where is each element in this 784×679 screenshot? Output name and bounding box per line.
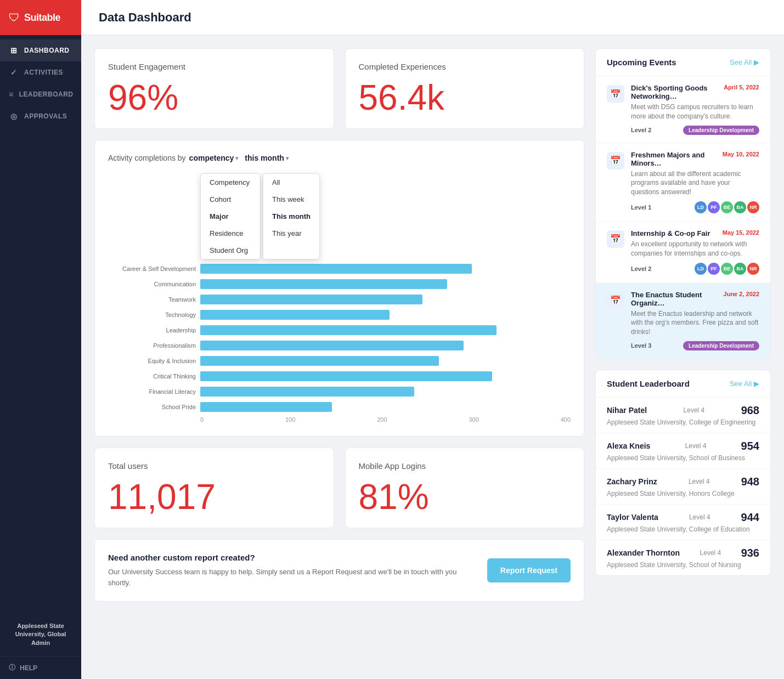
lb-level: Level 4 bbox=[684, 406, 705, 414]
event-item-1[interactable]: 📅 Dick's Sporting Goods Networking… Apri… bbox=[596, 76, 770, 143]
event-desc-4: Meet the Enactus leadership and network … bbox=[631, 309, 759, 337]
leaderboard-list: Nihar Patel Level 4 968 Appleseed State … bbox=[596, 398, 770, 575]
top-stats-row: Student Engagement 96% Completed Experie… bbox=[94, 48, 584, 129]
sidebar-help[interactable]: ⓘ HELP bbox=[0, 656, 81, 679]
avatar-nr-3: NR bbox=[747, 263, 759, 275]
bar-fill bbox=[200, 387, 414, 397]
logo-text: Suitable bbox=[24, 12, 60, 24]
event-title-row-2: Freshmen Majors and Minors… May 10, 2022 bbox=[631, 151, 759, 167]
bar-row: Teamwork bbox=[108, 295, 571, 304]
event-tag-1: Leadership Development bbox=[683, 126, 759, 135]
time-option-this-month[interactable]: This month bbox=[263, 208, 319, 225]
sidebar-item-approvals-label: APPROVALS bbox=[24, 112, 67, 120]
bar-container bbox=[200, 310, 571, 320]
lb-score: 968 bbox=[741, 404, 759, 417]
sidebar-item-approvals[interactable]: ◎ APPROVALS bbox=[0, 105, 81, 127]
event-header-2: 📅 Freshmen Majors and Minors… May 10, 20… bbox=[607, 151, 759, 213]
activities-icon: ✓ bbox=[9, 68, 19, 77]
sidebar-item-activities-label: ACTIVITIES bbox=[24, 69, 63, 76]
competency-option-residence[interactable]: Residence bbox=[201, 225, 260, 242]
chart-header-prefix: Activity completions by bbox=[108, 154, 186, 162]
upcoming-events-card: Upcoming Events See All ▶ 📅 Dick's Sport… bbox=[595, 48, 771, 359]
lb-level: Level 4 bbox=[685, 442, 707, 450]
event-title-4: The Enactus Student Organiz… bbox=[631, 291, 719, 307]
bar-row: Professionalism bbox=[108, 341, 571, 350]
time-option-this-week[interactable]: This week bbox=[263, 191, 319, 208]
bar-container bbox=[200, 264, 571, 274]
dashboard-icon: ⊞ bbox=[9, 46, 19, 55]
left-column: Student Engagement 96% Completed Experie… bbox=[94, 48, 584, 602]
avatar-pf-2: PF bbox=[708, 201, 720, 213]
sidebar-item-leaderboard[interactable]: ≡ LEADERBOARD bbox=[0, 83, 81, 105]
sidebar-item-dashboard[interactable]: ⊞ DASHBOARD bbox=[0, 39, 81, 61]
lb-name-row: Alexander Thornton Level 4 936 bbox=[607, 547, 759, 559]
competency-option-student-org[interactable]: Student Org bbox=[201, 242, 260, 259]
event-desc-1: Meet with DSG campus recruiters to learn… bbox=[631, 103, 759, 121]
lb-name-row: Taylor Valenta Level 4 944 bbox=[607, 511, 759, 524]
leaderboard-item[interactable]: Alexander Thornton Level 4 936 Appleseed… bbox=[596, 540, 770, 575]
chart-card: Activity completions by competency ▾ thi… bbox=[94, 140, 584, 437]
bar-label: School Pride bbox=[108, 404, 196, 410]
sidebar-user[interactable]: Appleseed State University, Global Admin bbox=[0, 613, 81, 656]
event-title-3: Internship & Co-op Fair bbox=[631, 229, 718, 237]
bar-row: Leadership bbox=[108, 325, 571, 335]
lb-name: Taylor Valenta bbox=[607, 513, 658, 522]
event-date-4: June 2, 2022 bbox=[724, 291, 759, 297]
completed-card: Completed Experiences 56.4k bbox=[345, 48, 585, 129]
sidebar: 🛡 Suitable ⊞ DASHBOARD ✓ ACTIVITIES ≡ LE… bbox=[0, 0, 81, 679]
lb-name: Alexa Kneis bbox=[607, 442, 650, 450]
leaderboard-item[interactable]: Zachary Prinz Level 4 948 Appleseed Stat… bbox=[596, 469, 770, 505]
event-level-3: Level 2 bbox=[631, 265, 651, 272]
event-level-1: Level 2 bbox=[631, 127, 651, 133]
bar-container bbox=[200, 387, 571, 397]
event-footer-4: Level 3 Leadership Development bbox=[631, 341, 759, 350]
lb-level: Level 4 bbox=[700, 549, 721, 557]
leaderboard-icon: ≡ bbox=[9, 90, 14, 99]
chart-header: Activity completions by competency ▾ thi… bbox=[108, 154, 571, 162]
lb-school: Appleseed State University, College of E… bbox=[607, 418, 759, 426]
lb-score: 948 bbox=[741, 476, 759, 488]
engagement-card-value: 96% bbox=[108, 80, 320, 115]
avatar-nr-2: NR bbox=[747, 201, 759, 213]
time-option-this-year[interactable]: This year bbox=[263, 225, 319, 242]
bar-container bbox=[200, 356, 571, 366]
time-dropdown-trigger[interactable]: this month ▾ bbox=[245, 154, 289, 162]
time-option-all[interactable]: All bbox=[263, 174, 319, 191]
competency-option-competency[interactable]: Competency bbox=[201, 174, 260, 191]
event-title-row-4: The Enactus Student Organiz… June 2, 202… bbox=[631, 291, 759, 307]
events-see-all[interactable]: See All ▶ bbox=[730, 58, 759, 66]
page-title: Data Dashboard bbox=[99, 10, 191, 25]
event-header-3: 📅 Internship & Co-op Fair May 15, 2022 A… bbox=[607, 229, 759, 275]
upcoming-events-title: Upcoming Events bbox=[607, 58, 676, 67]
event-item-3[interactable]: 📅 Internship & Co-op Fair May 15, 2022 A… bbox=[596, 222, 770, 283]
cta-description: Our University Success team is happy to … bbox=[108, 567, 474, 588]
sidebar-item-dashboard-label: DASHBOARD bbox=[24, 47, 70, 54]
event-footer-2: Level 1 LD PF BE BA NR bbox=[631, 201, 759, 213]
mobile-logins-card: Mobile App Logins 81% bbox=[345, 448, 585, 528]
leaderboard-item[interactable]: Taylor Valenta Level 4 944 Appleseed Sta… bbox=[596, 505, 770, 540]
leaderboard-see-all[interactable]: See All ▶ bbox=[730, 380, 759, 388]
sidebar-user-name: Appleseed State University, Global Admin bbox=[9, 622, 72, 647]
competency-dropdown-trigger[interactable]: competency ▾ bbox=[189, 154, 239, 162]
avatar-ld-2: LD bbox=[695, 201, 707, 213]
bar-container bbox=[200, 371, 571, 381]
lb-name: Zachary Prinz bbox=[607, 477, 657, 486]
competency-arrow-icon: ▾ bbox=[235, 155, 238, 161]
event-tag-4: Leadership Development bbox=[683, 341, 759, 350]
avatar-stack-2: LD PF BE BA NR bbox=[695, 201, 759, 213]
right-column: Upcoming Events See All ▶ 📅 Dick's Sport… bbox=[595, 48, 771, 602]
main-body: Student Engagement 96% Completed Experie… bbox=[81, 35, 784, 679]
event-item-2[interactable]: 📅 Freshmen Majors and Minors… May 10, 20… bbox=[596, 143, 770, 222]
competency-option-cohort[interactable]: Cohort bbox=[201, 191, 260, 208]
leaderboard-item[interactable]: Alexa Kneis Level 4 954 Appleseed State … bbox=[596, 433, 770, 469]
event-content-1: Dick's Sporting Goods Networking… April … bbox=[631, 84, 759, 135]
bar-label: Teamwork bbox=[108, 296, 196, 303]
report-request-button[interactable]: Report Request bbox=[487, 558, 571, 582]
leaderboard-item[interactable]: Nihar Patel Level 4 968 Appleseed State … bbox=[596, 398, 770, 433]
lb-name-row: Alexa Kneis Level 4 954 bbox=[607, 440, 759, 452]
competency-option-major[interactable]: Major bbox=[201, 208, 260, 225]
event-item-4[interactable]: 📅 The Enactus Student Organiz… June 2, 2… bbox=[596, 283, 770, 358]
cta-text: Need another custom report created? Our … bbox=[108, 553, 474, 588]
sidebar-item-activities[interactable]: ✓ ACTIVITIES bbox=[0, 61, 81, 83]
bar-chart: Career & Self Development Communication … bbox=[108, 264, 571, 412]
